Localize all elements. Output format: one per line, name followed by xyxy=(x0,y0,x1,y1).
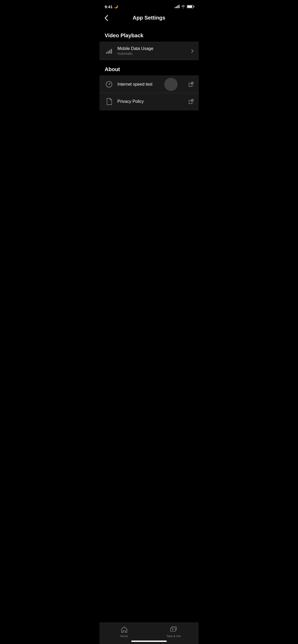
mobile-data-usage-chevron xyxy=(191,49,193,53)
cellular-signal-icon xyxy=(175,5,179,8)
status-bar: 9:41 🌙 xyxy=(100,0,199,12)
about-list: Internet speed test Privacy P xyxy=(100,76,199,110)
privacy-policy-item[interactable]: Privacy Policy xyxy=(100,93,199,110)
internet-speed-test-item[interactable]: Internet speed test xyxy=(100,76,199,93)
mobile-data-usage-item[interactable]: Mobile Data Usage Automatic xyxy=(100,42,199,60)
speed-test-icon xyxy=(105,80,113,89)
about-section: About Internet speed test xyxy=(100,60,199,110)
video-playback-section: Video Playback Mobile Data Usage Automat… xyxy=(100,26,199,60)
moon-icon: 🌙 xyxy=(114,5,118,8)
internet-speed-test-content: Internet speed test xyxy=(118,82,189,87)
internet-speed-test-title: Internet speed test xyxy=(118,82,189,87)
mobile-data-usage-title: Mobile Data Usage xyxy=(118,46,191,51)
back-button[interactable] xyxy=(105,15,108,21)
video-playback-section-header: Video Playback xyxy=(100,26,199,42)
privacy-policy-icon xyxy=(105,97,113,106)
signal-icon xyxy=(105,47,113,55)
about-section-header: About xyxy=(100,60,199,76)
privacy-policy-external-link xyxy=(189,99,193,104)
status-time: 9:41 xyxy=(105,4,113,9)
internet-speed-test-external-link xyxy=(189,82,193,87)
svg-point-1 xyxy=(109,84,110,85)
mobile-data-usage-content: Mobile Data Usage Automatic xyxy=(118,46,191,56)
page-header: App Settings xyxy=(100,12,199,26)
status-icons xyxy=(175,5,193,8)
video-playback-list: Mobile Data Usage Automatic xyxy=(100,42,199,60)
battery-icon xyxy=(187,5,193,8)
page-title: App Settings xyxy=(133,15,165,21)
mobile-data-usage-subtitle: Automatic xyxy=(118,52,191,56)
wifi-icon xyxy=(181,5,185,8)
privacy-policy-content: Privacy Policy xyxy=(118,99,189,104)
privacy-policy-title: Privacy Policy xyxy=(118,99,189,104)
touch-ripple xyxy=(164,78,178,91)
